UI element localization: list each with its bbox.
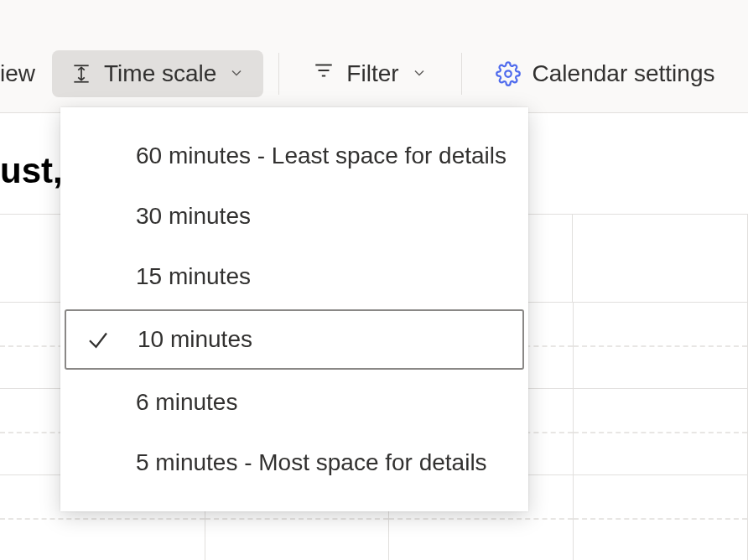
timescale-option-30[interactable]: 30 minutes <box>60 186 528 246</box>
timescale-option-6[interactable]: 6 minutes <box>60 372 528 433</box>
filter-icon <box>313 60 335 87</box>
timescale-option-10[interactable]: 10 minutes <box>65 309 524 370</box>
toolbar-divider <box>278 53 279 95</box>
timescale-option-60[interactable]: 60 minutes - Least space for details <box>60 126 528 186</box>
filter-label: Filter <box>346 60 398 87</box>
svg-point-6 <box>505 70 512 77</box>
option-label: 10 minutes <box>138 326 252 353</box>
option-label: 6 minutes <box>136 389 237 416</box>
settings-label: Calendar settings <box>532 60 715 87</box>
gear-icon <box>496 61 521 86</box>
chevron-down-icon <box>411 60 428 87</box>
timescale-icon <box>70 63 92 85</box>
option-label: 5 minutes - Most space for details <box>136 449 487 476</box>
option-label: 60 minutes - Least space for details <box>136 143 506 169</box>
toolbar-divider <box>461 53 462 95</box>
day-column <box>573 215 748 302</box>
filter-button[interactable]: Filter <box>294 49 445 97</box>
option-label: 15 minutes <box>136 263 251 290</box>
timescale-label: Time scale <box>104 60 216 87</box>
timescale-dropdown: 60 minutes - Least space for details 30 … <box>60 107 528 511</box>
toolbar: iew Time scale <box>0 0 748 113</box>
calendar-settings-button[interactable]: Calendar settings <box>477 50 734 97</box>
month-title-partial: ust, <box>0 151 63 191</box>
timescale-option-15[interactable]: 15 minutes <box>60 246 528 307</box>
view-label-partial: iew <box>0 60 52 87</box>
check-icon <box>86 327 138 352</box>
timescale-button[interactable]: Time scale <box>52 50 263 97</box>
chevron-down-icon <box>228 60 245 87</box>
timescale-option-5[interactable]: 5 minutes - Most space for details <box>60 433 528 493</box>
option-label: 30 minutes <box>136 203 251 230</box>
